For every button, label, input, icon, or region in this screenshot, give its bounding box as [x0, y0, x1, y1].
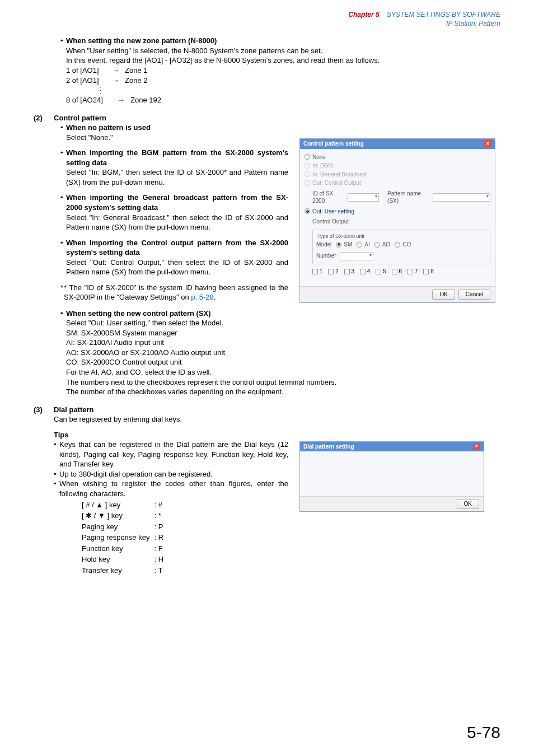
key-hash: [ # / ▲ ] key [82, 500, 153, 510]
section-number-3: (3) [34, 405, 54, 415]
id-select[interactable] [348, 193, 379, 202]
control-pattern-title: Control pattern [54, 113, 106, 123]
radio-model-co[interactable]: CO [395, 241, 411, 249]
ok-button[interactable]: OK [432, 290, 455, 300]
radio-in-general[interactable]: In: General Broadcast [305, 171, 490, 179]
dialog-titlebar[interactable]: Control pattern setting ✕ [300, 139, 495, 149]
chk-6-label: 6 [399, 268, 402, 274]
control-output-header: Control Output [312, 216, 490, 227]
cp-b1-text: Select "None." [66, 133, 288, 143]
cp-b3-text: Select "In: General Broadcast," then sel… [66, 213, 288, 232]
header-title: SYSTEM SETTINGS BY SOFTWARE [387, 11, 500, 18]
cp-b2-text: Select "In: BGM," then select the ID of … [66, 167, 288, 187]
key-paging-resp: Paging response key [82, 533, 153, 543]
chk-3-label: 3 [351, 268, 354, 274]
close-icon[interactable]: ✕ [473, 443, 480, 450]
pattern-name-label: Pattern name (SX) [387, 190, 430, 205]
chk-8-label: 8 [430, 268, 434, 274]
dialog-title: Control pattern setting [303, 140, 364, 148]
control-pattern-dialog: Control pattern setting ✕ None In: BGM I… [299, 138, 495, 303]
radio-co-label: CO [402, 241, 411, 249]
cp-b5-t4: The number of the checkboxes varies depe… [66, 387, 500, 397]
chk-8[interactable]: 8 [423, 268, 433, 276]
zone-dst-3: Zone 192 [130, 95, 164, 105]
chk-1-label: 1 [320, 268, 323, 274]
chapter-label: Chapter 5 [348, 11, 379, 18]
chk-4[interactable]: 4 [360, 268, 370, 276]
radio-out-control[interactable]: Out: Control Output [305, 179, 490, 187]
chk-3[interactable]: 3 [344, 268, 354, 276]
type-fieldset: Type of SX-2000 unit Model SM AI AO CO N… [312, 230, 490, 264]
radio-ai-label: AI [364, 241, 369, 249]
radio-model-sm[interactable]: SM [336, 241, 352, 249]
tips-1: Keys that can be registered in the Dial … [59, 440, 288, 469]
radio-ao-label: AO [382, 241, 390, 249]
tips-3: When wishing to register the codes other… [59, 479, 288, 498]
tips-heading: Tips [54, 430, 288, 440]
zone-src-1: 1 of [AO1] [66, 66, 106, 76]
section-control-pattern: (2) Control pattern • When no pattern is… [34, 113, 500, 397]
radio-in-bgm[interactable]: In: BGM [305, 162, 490, 170]
number-select[interactable] [340, 252, 373, 260]
cp-co: CO: SX-2000CO Control output unit [66, 357, 500, 367]
cp-note: * The "ID of SX-2000" is the system ID h… [64, 283, 288, 302]
key-paging: Paging key [82, 522, 153, 532]
dial-pattern-p1: Can be registered by entering dial keys. [54, 414, 500, 424]
radio-model-ao[interactable]: AO [374, 241, 390, 249]
cp-b5-t3: The numbers next to the checkboxes repre… [66, 377, 500, 388]
dial-pattern-title: Dial pattern [54, 405, 94, 415]
chk-2-label: 2 [335, 268, 339, 274]
key-function: Function key [82, 544, 153, 554]
zone-dst-1: Zone 1 [125, 66, 158, 76]
key-function-val: : F [154, 544, 167, 554]
key-hash-val: : # [154, 500, 167, 510]
tips-2: Up to 380-digit dial operation can be re… [59, 469, 288, 479]
key-transfer-val: : T [154, 566, 167, 576]
radio-none-label: None [312, 153, 326, 161]
cp-b3-heading: When importing the General broadcast pat… [66, 193, 288, 212]
key-table: [ # / ▲ ] key: # [ ✱ / ▼ ] key: * Paging… [81, 499, 168, 577]
type-legend: Type of SX-2000 unit [316, 233, 366, 240]
page-header: Chapter 5 SYSTEM SETTINGS BY SOFTWARE IP… [34, 10, 500, 28]
dialog-titlebar[interactable]: Dial pattern setting ✕ [300, 442, 484, 452]
radio-none[interactable]: None [305, 153, 490, 161]
section-dial-pattern: (3) Dial pattern Can be registered by en… [34, 405, 500, 577]
radio-out-control-label: Out: Control Output [312, 179, 361, 187]
radio-out-user[interactable]: Out: User setting [305, 208, 490, 216]
cp-b4-text: Select "Out: Control Output," then selec… [66, 258, 288, 277]
section-number-2: (2) [34, 113, 54, 123]
section-zone-pattern: • When setting the new zone pattern (N-8… [60, 36, 500, 105]
dialog-title: Dial pattern setting [303, 443, 354, 451]
page-link[interactable]: p. 5-28 [191, 293, 213, 301]
key-paging-resp-val: : R [154, 533, 167, 543]
zone-src-3: 8 of [AO24] [66, 95, 112, 105]
chk-6[interactable]: 6 [392, 268, 402, 276]
chk-1[interactable]: 1 [312, 268, 322, 276]
vertical-dots: ··· [100, 85, 500, 95]
id-label: ID of SX-2000 [312, 190, 345, 205]
chk-5[interactable]: 5 [376, 268, 386, 276]
chk-7[interactable]: 7 [407, 268, 418, 276]
dial-dialog-body [300, 451, 484, 496]
pattern-name-select[interactable] [433, 193, 490, 202]
key-star-val: : * [154, 511, 167, 521]
zone-pattern-p1: When "User setting" is selected, the N-8… [66, 46, 500, 56]
chk-4-label: 4 [367, 268, 371, 274]
cancel-button[interactable]: Cancel [458, 290, 490, 300]
radio-model-ai[interactable]: AI [357, 241, 369, 249]
chk-5-label: 5 [383, 268, 386, 274]
zone-pattern-heading: When setting the new zone pattern (N-800… [66, 36, 500, 46]
chk-7-label: 7 [415, 268, 418, 274]
cp-b1-heading: When no pattern is used [66, 123, 288, 133]
cp-b2-heading: When importing the BGM pattern from the … [66, 148, 288, 167]
cp-ai: AI: SX-2100AI Audio input unit [66, 338, 500, 348]
key-hold-val: : H [154, 554, 167, 564]
ok-button[interactable]: OK [457, 499, 479, 509]
arrow-icon: → [118, 95, 125, 105]
page-number: 5-78 [467, 721, 500, 744]
radio-in-general-label: In: General Broadcast [312, 171, 367, 179]
close-icon[interactable]: ✕ [484, 140, 491, 147]
arrow-icon: → [112, 66, 119, 76]
zone-dst-2: Zone 2 [125, 76, 158, 86]
chk-2[interactable]: 2 [328, 268, 338, 276]
